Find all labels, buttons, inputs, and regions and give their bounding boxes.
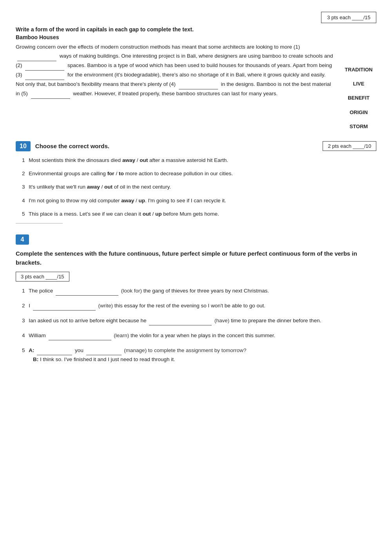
passage-wrapper: Growing concern over the effects of mode… xyxy=(16,43,376,130)
s2-num: 2 xyxy=(22,303,25,309)
ex10-score-label: 2 pts each ____/10 xyxy=(328,143,371,149)
q10-4: 4 I'm not going to throw my old computer… xyxy=(22,196,376,205)
blank-4 xyxy=(179,80,218,89)
s4-blank xyxy=(49,331,111,340)
word-bank: TRADITION LIVE BENEFIT ORIGIN STORM xyxy=(341,43,376,130)
s1-num: 1 xyxy=(22,288,25,294)
exercise-10-score: 2 pts each ____/10 xyxy=(323,141,376,151)
exercise-10: 10 Choose the correct words. 2 pts each … xyxy=(16,141,376,223)
blank-1 xyxy=(17,52,56,61)
blank-3 xyxy=(25,71,64,80)
instruction-text-9: Write a form of the word in capitals in … xyxy=(16,26,194,33)
sentence-1: 1 The police (look for) the gang of thie… xyxy=(22,286,376,296)
word-bank-item-5: STORM xyxy=(341,123,376,130)
q10-3: 3 It's unlikely that we'll run away / ou… xyxy=(22,183,376,191)
exercise-4-sentences: 1 The police (look for) the gang of thie… xyxy=(16,286,376,364)
q10-5-num: 5 xyxy=(22,211,25,217)
q10-1-choice1: away xyxy=(122,157,135,163)
q10-4-choice2: up xyxy=(139,198,145,203)
section-9: 3 pts each ____/15 Write a form of the w… xyxy=(16,12,376,130)
q10-1-num: 1 xyxy=(22,157,25,163)
s2-hint: (write) xyxy=(98,303,113,309)
exercise-10-questions: 1 Most scientists think the dinosaurs di… xyxy=(16,156,376,218)
blank-2 xyxy=(25,61,64,71)
word-bank-item-1: TRADITION xyxy=(341,66,376,73)
passage-paragraph: Growing concern over the effects of mode… xyxy=(16,43,333,99)
s5-hint: (manage) to complete the assignment by t… xyxy=(124,347,246,353)
q10-1-choice2: out xyxy=(140,157,148,163)
s3-num: 3 xyxy=(22,318,25,323)
word-bank-item-3: BENEFIT xyxy=(341,94,376,102)
s4-hint: (learn) xyxy=(114,332,129,338)
s5-blank-a1 xyxy=(37,346,72,355)
sentence-5: 5 A: you (manage) to complete the assign… xyxy=(22,346,376,364)
bamboo-houses-title: Bamboo Houses xyxy=(16,34,59,40)
divider-line xyxy=(16,223,63,223)
section-9-title: Bamboo Houses xyxy=(16,34,376,40)
s5-num: 5 xyxy=(22,347,25,353)
exercise-4-score: 3 pts each ____/15 xyxy=(16,272,69,282)
q10-1: 1 Most scientists think the dinosaurs di… xyxy=(22,156,376,165)
q10-5-choice1: out xyxy=(143,211,151,217)
ex4-score-label: 3 pts each ____/15 xyxy=(21,274,64,280)
sentence-3: 3 Ian asked us not to arrive before eigh… xyxy=(22,316,376,325)
score-label-9: 3 pts each ____/15 xyxy=(327,15,370,20)
passage-content: Growing concern over the effects of mode… xyxy=(16,43,333,130)
q10-3-num: 3 xyxy=(22,184,25,190)
exercise-10-badge: 10 xyxy=(16,141,31,151)
exercise-4-header: 4 Complete the sentences with the future… xyxy=(16,234,376,282)
s4-num: 4 xyxy=(22,332,25,338)
q10-2: 2 Environmental groups are calling for /… xyxy=(22,169,376,178)
ex4-number: 4 xyxy=(21,236,24,243)
exercise-10-header: 10 Choose the correct words. 2 pts each … xyxy=(16,141,376,151)
ex4-title-text: Complete the sentences with the future c… xyxy=(16,250,357,266)
s2-blank xyxy=(33,301,96,311)
s5-b-text: I think so. I've finished it and I just … xyxy=(40,356,175,362)
q10-2-choice2: to xyxy=(119,171,124,176)
s3-hint: (have) xyxy=(214,318,229,323)
s5-b-block: B: I think so. I've finished it and I ju… xyxy=(22,356,175,362)
exercise-4: 4 Complete the sentences with the future… xyxy=(16,234,376,364)
q10-5: 5 This place is a mess. Let's see if we … xyxy=(22,210,376,218)
score-box-9: 3 pts each ____/15 xyxy=(321,12,376,23)
q10-3-choice1: away xyxy=(87,184,100,190)
word-bank-item-2: LIVE xyxy=(341,80,376,87)
s3-blank xyxy=(149,316,212,325)
section-9-instruction: Write a form of the word in capitals in … xyxy=(16,26,376,33)
sentence-4: 4 William (learn) the violin for a year … xyxy=(22,331,376,340)
q10-5-choice2: up xyxy=(155,211,162,217)
word-bank-item-4: ORIGIN xyxy=(341,109,376,116)
q10-2-choice1: for xyxy=(107,171,114,176)
s1-blank xyxy=(56,286,118,296)
s5-b-label: B: xyxy=(33,356,38,362)
ex10-title-text: Choose the correct words. xyxy=(35,143,109,149)
exercise-4-title: Complete the sentences with the future c… xyxy=(16,249,376,267)
s5-a-label: A: xyxy=(29,347,34,353)
q10-2-num: 2 xyxy=(22,171,25,176)
q10-4-num: 4 xyxy=(22,198,25,203)
s5-blank-a2 xyxy=(86,346,122,355)
exercise-10-title: Choose the correct words. xyxy=(35,143,318,149)
q10-4-choice1: away xyxy=(121,198,134,203)
ex10-number: 10 xyxy=(20,143,27,149)
s1-hint: (look for) xyxy=(121,288,142,294)
q10-3-choice2: out xyxy=(104,184,113,190)
exercise-4-badge: 4 xyxy=(16,234,29,245)
sentence-2: 2 I (write) this essay for the rest of t… xyxy=(22,301,376,311)
blank-5 xyxy=(31,89,70,99)
